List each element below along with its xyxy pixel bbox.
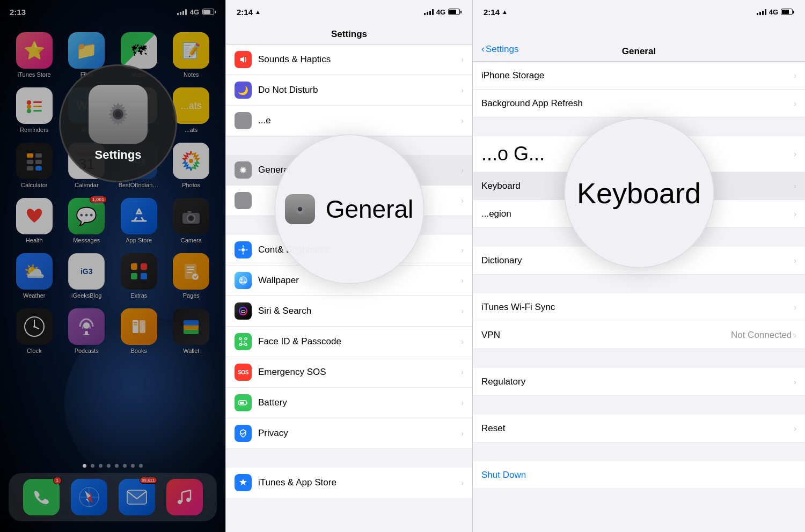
svg-point-56 <box>241 248 245 252</box>
svg-point-63 <box>239 307 247 315</box>
dock-music[interactable] <box>166 479 203 515</box>
s-bar2 <box>427 12 428 15</box>
general-row-bgrefresh[interactable]: Background App Refresh › <box>473 90 805 117</box>
settings-row-partial[interactable]: ...e › <box>226 106 472 136</box>
dock-mail[interactable]: 39,611 <box>119 479 155 515</box>
app-camera-icon[interactable] <box>173 198 209 234</box>
app-reminders[interactable]: Reminders <box>11 87 58 133</box>
app-ats-label: ...ats <box>185 127 197 133</box>
app-weather[interactable]: ⛅ Weather <box>11 253 58 299</box>
faceid-label: Face ID & Passcode <box>258 336 459 347</box>
settings-row-battery[interactable]: Battery › <box>226 388 472 418</box>
settings-row-dnd[interactable]: 🌙 Do Not Disturb › <box>226 75 472 106</box>
app-igeeks-label: iGeeksBlog <box>71 292 101 299</box>
app-reminders-icon[interactable] <box>16 87 53 124</box>
settings-time: 2:14 ▲ <box>237 8 261 17</box>
app-camera[interactable]: Camera <box>168 198 215 243</box>
app-calculator[interactable]: Calculator <box>11 143 58 188</box>
settings-row-siri[interactable]: Siri & Search › <box>226 296 472 327</box>
app-appstore-icon[interactable] <box>121 198 157 234</box>
app-files-icon[interactable]: 📁 <box>68 32 105 69</box>
dock-safari-icon[interactable] <box>71 479 107 515</box>
app-wallet-icon[interactable] <box>173 308 209 345</box>
svg-rect-11 <box>35 160 42 164</box>
dock-phone-icon[interactable]: 1 <box>23 479 60 515</box>
app-clock-icon[interactable] <box>16 308 53 345</box>
settings-battery-fill <box>449 10 456 14</box>
app-podcasts-icon[interactable] <box>68 308 105 345</box>
general-circle-overlay: General <box>274 134 425 284</box>
partial-chevron: › <box>461 116 464 125</box>
partial-top-chevron: › <box>794 150 796 158</box>
app-itunes[interactable]: ⭐ iTunes Store <box>11 32 58 78</box>
app-photos[interactable]: Photos <box>168 143 215 188</box>
phone-icon-svg <box>31 487 52 507</box>
dock-mail-icon[interactable]: 39,611 <box>119 479 155 515</box>
app-notes-icon[interactable]: 📝 <box>173 32 209 69</box>
app-calculator-icon[interactable] <box>16 143 53 179</box>
dock-music-icon[interactable] <box>166 479 203 515</box>
general-row-storage[interactable]: iPhone Storage › <box>473 62 805 90</box>
app-itunes-icon[interactable]: ⭐ <box>16 32 53 69</box>
dock-safari[interactable] <box>71 479 107 515</box>
app-notes[interactable]: 📝 Notes <box>168 32 215 78</box>
settings-row-sounds[interactable]: Sounds & Haptics › <box>226 45 472 75</box>
sos-chevron: › <box>461 368 464 376</box>
svg-point-55 <box>242 169 245 172</box>
app-books[interactable]: Books <box>115 308 163 354</box>
general-row-reset[interactable]: Reset › <box>473 415 805 442</box>
general-divider-6 <box>473 442 805 461</box>
app-wallet[interactable]: Wallet <box>168 308 215 354</box>
app-podcasts[interactable]: Podcasts <box>63 308 111 354</box>
general-location-arrow: ▲ <box>502 9 508 15</box>
faceid-svg <box>238 337 248 346</box>
app-messages-icon[interactable]: 💬 1,001 <box>68 198 105 234</box>
app-health[interactable]: Health <box>11 198 58 243</box>
partial-icon <box>235 112 252 129</box>
reminders-svg <box>24 95 45 116</box>
settings-row-itunes[interactable]: iTunes & App Store › <box>226 468 472 498</box>
settings-row-faceid[interactable]: Face ID & Passcode › <box>226 327 472 357</box>
svg-point-27 <box>192 274 199 280</box>
app-maps-icon[interactable]: 🗺 <box>121 32 157 69</box>
back-label: Settings <box>486 44 518 55</box>
itunes-wifi-chevron: › <box>794 303 796 312</box>
settings-row-privacy[interactable]: Privacy › <box>226 418 472 449</box>
app-ats-icon[interactable]: ...ats <box>173 87 209 124</box>
general-row-itunes-wifi[interactable]: iTunes Wi-Fi Sync › <box>473 293 805 321</box>
settings-row-sos[interactable]: SOS Emergency SOS › <box>226 357 472 388</box>
app-igeeks[interactable]: iG3 iGeeksBlog <box>63 253 111 299</box>
general-row-regulatory[interactable]: Regulatory › <box>473 368 805 396</box>
app-messages[interactable]: 💬 1,001 Messages <box>63 198 111 243</box>
general-gear-svg <box>238 165 248 175</box>
general-row-vpn[interactable]: VPN Not Connected › <box>473 321 805 349</box>
general-row-shutdown[interactable]: Shut Down <box>473 461 805 489</box>
svg-point-62 <box>240 278 243 280</box>
battery-icon-wrap <box>235 394 252 411</box>
app-extras[interactable]: Extras <box>115 253 163 299</box>
app-podcasts-label: Podcasts <box>75 348 99 354</box>
vpn-label: VPN <box>481 330 731 341</box>
app-weather-icon[interactable]: ⛅ <box>16 253 53 290</box>
dock-phone[interactable]: 1 <box>23 479 60 515</box>
settings-time-text: 2:14 <box>237 8 253 17</box>
app-igeeks-icon[interactable]: iG3 <box>68 253 105 290</box>
app-books-icon[interactable] <box>121 308 157 345</box>
app-clock[interactable]: Clock <box>11 308 58 354</box>
general-back-button[interactable]: ‹ Settings <box>481 43 518 55</box>
weather-glyph: ⛅ <box>24 261 45 282</box>
svg-point-0 <box>27 100 31 105</box>
g-bar4 <box>765 9 766 15</box>
app-pages[interactable]: Pages <box>168 253 215 299</box>
sounds-label: Sounds & Haptics <box>258 54 459 65</box>
files-icon-glyph: 📁 <box>76 40 97 61</box>
sos-label: Emergency SOS <box>258 367 459 378</box>
app-pages-icon[interactable] <box>173 253 209 290</box>
settings-list[interactable]: Sounds & Haptics › 🌙 Do Not Disturb › ..… <box>226 45 472 528</box>
vpn-value: Not Connected <box>731 330 792 341</box>
app-health-icon[interactable] <box>16 198 53 234</box>
app-photos-icon[interactable] <box>173 143 209 179</box>
app-extras-icon[interactable] <box>121 253 157 290</box>
regulatory-chevron: › <box>794 378 796 386</box>
app-appstore[interactable]: App Store <box>115 198 163 243</box>
